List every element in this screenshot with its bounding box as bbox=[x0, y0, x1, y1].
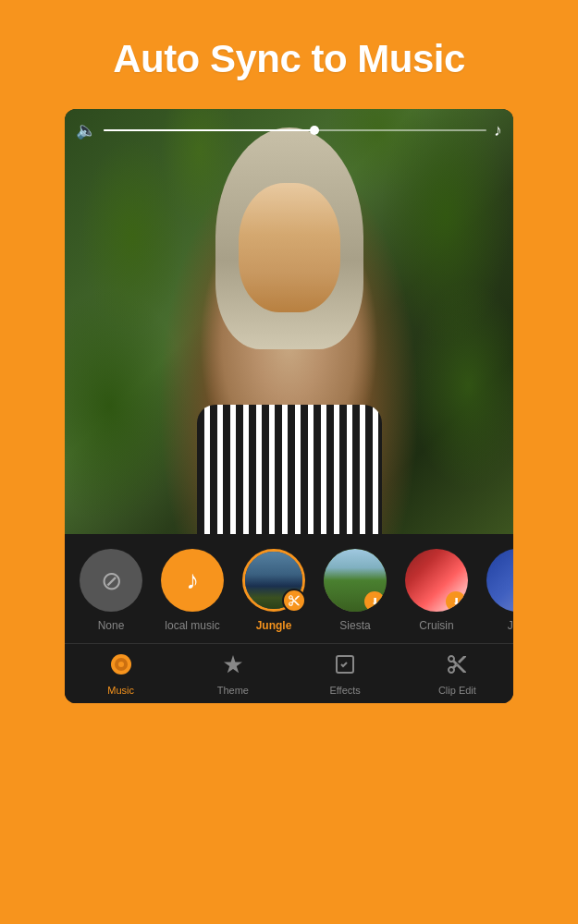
progress-fill bbox=[104, 129, 314, 131]
local-music-icon: ♪ bbox=[186, 565, 199, 595]
bottom-panel: ⊘ None ♪ local music bbox=[65, 534, 513, 703]
jungle-circle bbox=[242, 549, 305, 612]
volume-icon: 🔈 bbox=[76, 120, 96, 140]
none-label: None bbox=[98, 619, 125, 632]
theme-nav-label: Theme bbox=[217, 685, 249, 696]
clothing-shape bbox=[197, 405, 382, 534]
none-circle: ⊘ bbox=[80, 549, 142, 612]
music-option-none[interactable]: ⊘ None bbox=[74, 549, 148, 632]
cruisin-circle: ⬇ bbox=[405, 549, 468, 612]
download-icon-cruisin: ⬇ bbox=[452, 596, 461, 608]
header-section: Auto Sync to Music bbox=[0, 0, 578, 109]
cruisin-download-badge: ⬇ bbox=[446, 591, 466, 612]
clip-edit-nav-icon bbox=[446, 653, 468, 681]
local-music-circle: ♪ bbox=[161, 549, 224, 612]
music-option-local[interactable]: ♪ local music bbox=[155, 549, 229, 632]
scissors-badge bbox=[282, 589, 306, 613]
phone-container: 🔈 ♪ ⊘ None bbox=[0, 109, 578, 703]
nav-item-clip-edit[interactable]: Clip Edit bbox=[401, 644, 513, 703]
progress-thumb bbox=[310, 126, 319, 135]
music-nav-label: Music bbox=[107, 685, 134, 696]
face-shape bbox=[239, 183, 340, 312]
music-options-row: ⊘ None ♪ local music bbox=[65, 549, 513, 632]
effects-nav-label: Effects bbox=[329, 685, 360, 696]
svg-point-2 bbox=[118, 662, 124, 667]
scissors-icon bbox=[288, 594, 301, 607]
nav-item-music[interactable]: Music bbox=[65, 644, 177, 703]
none-icon: ⊘ bbox=[101, 565, 122, 596]
ju-label: Ju... bbox=[508, 619, 513, 632]
music-option-cruisin[interactable]: ⬇ Cruisin bbox=[400, 549, 473, 632]
download-icon-siesta: ⬇ bbox=[371, 596, 379, 608]
cruisin-label: Cruisin bbox=[419, 619, 453, 632]
siesta-label: Siesta bbox=[339, 619, 370, 632]
effects-nav-icon bbox=[334, 653, 356, 681]
ju-circle bbox=[486, 549, 513, 612]
music-note-playback-icon: ♪ bbox=[494, 121, 502, 140]
bottom-nav: Music Theme bbox=[65, 643, 513, 703]
jungle-label: Jungle bbox=[256, 619, 292, 632]
siesta-download-badge: ⬇ bbox=[364, 591, 385, 612]
music-nav-icon bbox=[110, 653, 132, 681]
nav-item-effects[interactable]: Effects bbox=[289, 644, 401, 703]
video-area: 🔈 ♪ bbox=[65, 109, 513, 534]
page-title: Auto Sync to Music bbox=[55, 37, 523, 81]
progress-track[interactable] bbox=[104, 129, 486, 131]
music-option-siesta[interactable]: ⬇ Siesta bbox=[318, 549, 392, 632]
music-option-ju[interactable]: Ju... bbox=[481, 549, 513, 632]
clip-edit-nav-label: Clip Edit bbox=[438, 685, 476, 696]
music-option-jungle[interactable]: Jungle bbox=[237, 549, 311, 632]
playback-bar: 🔈 ♪ bbox=[76, 120, 502, 140]
phone-screen: 🔈 ♪ ⊘ None bbox=[65, 109, 513, 703]
theme-nav-icon bbox=[222, 653, 244, 681]
siesta-circle: ⬇ bbox=[324, 549, 387, 612]
local-music-label: local music bbox=[165, 619, 219, 632]
nav-item-theme[interactable]: Theme bbox=[177, 644, 289, 703]
